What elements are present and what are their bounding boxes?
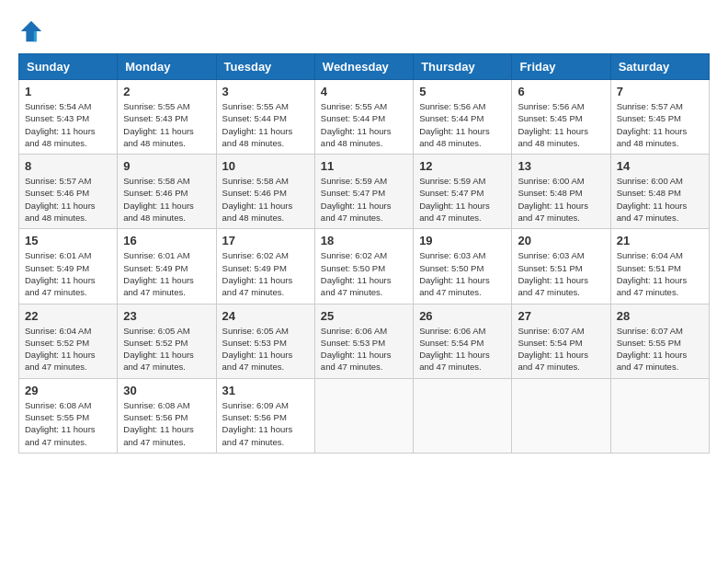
- calendar-cell: 12Sunrise: 5:59 AM Sunset: 5:47 PM Dayli…: [414, 155, 512, 229]
- day-info: Sunrise: 5:58 AM Sunset: 5:46 PM Dayligh…: [123, 175, 210, 224]
- day-number: 27: [518, 309, 604, 323]
- day-info: Sunrise: 5:54 AM Sunset: 5:43 PM Dayligh…: [25, 100, 111, 149]
- calendar-cell: 18Sunrise: 6:02 AM Sunset: 5:50 PM Dayli…: [314, 229, 413, 304]
- calendar-cell: 2Sunrise: 5:55 AM Sunset: 5:43 PM Daylig…: [118, 80, 216, 155]
- day-info: Sunrise: 5:55 AM Sunset: 5:44 PM Dayligh…: [321, 100, 407, 149]
- calendar-cell: [314, 378, 413, 453]
- page-header: [18, 18, 710, 44]
- day-number: 23: [123, 309, 210, 323]
- calendar-cell: 4Sunrise: 5:55 AM Sunset: 5:44 PM Daylig…: [314, 80, 413, 155]
- calendar-cell: 11Sunrise: 5:59 AM Sunset: 5:47 PM Dayli…: [314, 155, 413, 229]
- logo-icon: [18, 18, 44, 44]
- day-number: 18: [321, 234, 407, 247]
- calendar-cell: 20Sunrise: 6:03 AM Sunset: 5:51 PM Dayli…: [512, 229, 610, 304]
- day-info: Sunrise: 5:59 AM Sunset: 5:47 PM Dayligh…: [321, 175, 407, 224]
- calendar-cell: 27Sunrise: 6:07 AM Sunset: 5:54 PM Dayli…: [512, 304, 610, 378]
- calendar-header-wednesday: Wednesday: [314, 54, 413, 80]
- day-number: 7: [617, 85, 703, 98]
- day-number: 30: [123, 384, 210, 397]
- calendar-week-row: 15Sunrise: 6:01 AM Sunset: 5:49 PM Dayli…: [19, 229, 710, 304]
- day-number: 24: [222, 309, 309, 323]
- calendar-cell: [610, 378, 709, 453]
- day-number: 15: [25, 234, 111, 247]
- svg-marker-0: [21, 21, 41, 41]
- calendar-header-thursday: Thursday: [414, 54, 512, 80]
- day-number: 19: [419, 234, 506, 247]
- day-info: Sunrise: 6:02 AM Sunset: 5:49 PM Dayligh…: [222, 249, 309, 298]
- calendar-cell: 25Sunrise: 6:06 AM Sunset: 5:53 PM Dayli…: [314, 304, 413, 378]
- calendar-cell: 26Sunrise: 6:06 AM Sunset: 5:54 PM Dayli…: [414, 304, 512, 378]
- day-info: Sunrise: 6:02 AM Sunset: 5:50 PM Dayligh…: [321, 249, 407, 298]
- calendar-cell: 21Sunrise: 6:04 AM Sunset: 5:51 PM Dayli…: [610, 229, 709, 304]
- day-info: Sunrise: 5:57 AM Sunset: 5:46 PM Dayligh…: [25, 175, 111, 224]
- day-number: 1: [25, 85, 111, 98]
- day-number: 21: [617, 234, 703, 247]
- day-info: Sunrise: 5:56 AM Sunset: 5:44 PM Dayligh…: [419, 100, 506, 149]
- calendar-cell: [512, 378, 610, 453]
- calendar-header-friday: Friday: [512, 54, 610, 80]
- calendar-cell: 30Sunrise: 6:08 AM Sunset: 5:56 PM Dayli…: [118, 378, 216, 453]
- day-info: Sunrise: 6:06 AM Sunset: 5:53 PM Dayligh…: [321, 325, 407, 373]
- calendar-cell: 29Sunrise: 6:08 AM Sunset: 5:55 PM Dayli…: [19, 378, 118, 453]
- calendar-cell: 10Sunrise: 5:58 AM Sunset: 5:46 PM Dayli…: [216, 155, 314, 229]
- calendar-week-row: 22Sunrise: 6:04 AM Sunset: 5:52 PM Dayli…: [19, 304, 710, 378]
- calendar-cell: 7Sunrise: 5:57 AM Sunset: 5:45 PM Daylig…: [610, 80, 709, 155]
- calendar-cell: 31Sunrise: 6:09 AM Sunset: 5:56 PM Dayli…: [216, 378, 314, 453]
- day-info: Sunrise: 6:00 AM Sunset: 5:48 PM Dayligh…: [617, 175, 703, 224]
- calendar-week-row: 8Sunrise: 5:57 AM Sunset: 5:46 PM Daylig…: [19, 155, 710, 229]
- day-number: 10: [222, 159, 309, 173]
- day-number: 8: [25, 159, 111, 173]
- calendar-cell: 24Sunrise: 6:05 AM Sunset: 5:53 PM Dayli…: [216, 304, 314, 378]
- day-info: Sunrise: 5:55 AM Sunset: 5:44 PM Dayligh…: [222, 100, 309, 149]
- calendar-header-saturday: Saturday: [610, 54, 709, 80]
- day-number: 13: [518, 159, 604, 173]
- day-info: Sunrise: 6:05 AM Sunset: 5:52 PM Dayligh…: [123, 325, 210, 373]
- calendar-header-monday: Monday: [118, 54, 216, 80]
- day-info: Sunrise: 6:01 AM Sunset: 5:49 PM Dayligh…: [25, 249, 111, 298]
- calendar-cell: 14Sunrise: 6:00 AM Sunset: 5:48 PM Dayli…: [610, 155, 709, 229]
- day-number: 31: [222, 384, 309, 397]
- calendar-cell: 16Sunrise: 6:01 AM Sunset: 5:49 PM Dayli…: [118, 229, 216, 304]
- day-number: 20: [518, 234, 604, 247]
- calendar-table: SundayMondayTuesdayWednesdayThursdayFrid…: [18, 53, 710, 454]
- day-info: Sunrise: 6:09 AM Sunset: 5:56 PM Dayligh…: [222, 399, 309, 448]
- day-number: 22: [25, 309, 111, 323]
- calendar-cell: 17Sunrise: 6:02 AM Sunset: 5:49 PM Dayli…: [216, 229, 314, 304]
- day-info: Sunrise: 5:59 AM Sunset: 5:47 PM Dayligh…: [419, 175, 506, 224]
- day-info: Sunrise: 6:03 AM Sunset: 5:50 PM Dayligh…: [419, 249, 506, 298]
- day-number: 11: [321, 159, 407, 173]
- calendar-cell: 13Sunrise: 6:00 AM Sunset: 5:48 PM Dayli…: [512, 155, 610, 229]
- calendar-cell: 5Sunrise: 5:56 AM Sunset: 5:44 PM Daylig…: [414, 80, 512, 155]
- day-number: 16: [123, 234, 210, 247]
- calendar-cell: 3Sunrise: 5:55 AM Sunset: 5:44 PM Daylig…: [216, 80, 314, 155]
- day-number: 6: [518, 85, 604, 98]
- calendar-week-row: 1Sunrise: 5:54 AM Sunset: 5:43 PM Daylig…: [19, 80, 710, 155]
- calendar-cell: 19Sunrise: 6:03 AM Sunset: 5:50 PM Dayli…: [414, 229, 512, 304]
- calendar-header-row: SundayMondayTuesdayWednesdayThursdayFrid…: [19, 54, 710, 80]
- calendar-cell: 22Sunrise: 6:04 AM Sunset: 5:52 PM Dayli…: [19, 304, 118, 378]
- day-number: 9: [123, 159, 210, 173]
- day-number: 4: [321, 85, 407, 98]
- day-number: 29: [25, 384, 111, 397]
- calendar-cell: [414, 378, 512, 453]
- calendar-header-sunday: Sunday: [19, 54, 118, 80]
- day-number: 2: [123, 85, 210, 98]
- calendar-cell: 23Sunrise: 6:05 AM Sunset: 5:52 PM Dayli…: [118, 304, 216, 378]
- day-number: 5: [419, 85, 506, 98]
- day-info: Sunrise: 6:07 AM Sunset: 5:54 PM Dayligh…: [518, 325, 604, 373]
- day-info: Sunrise: 6:05 AM Sunset: 5:53 PM Dayligh…: [222, 325, 309, 373]
- day-info: Sunrise: 5:55 AM Sunset: 5:43 PM Dayligh…: [123, 100, 210, 149]
- calendar-cell: 1Sunrise: 5:54 AM Sunset: 5:43 PM Daylig…: [19, 80, 118, 155]
- day-number: 14: [617, 159, 703, 173]
- day-info: Sunrise: 5:57 AM Sunset: 5:45 PM Dayligh…: [617, 100, 703, 149]
- day-info: Sunrise: 6:08 AM Sunset: 5:55 PM Dayligh…: [25, 399, 111, 448]
- day-info: Sunrise: 6:08 AM Sunset: 5:56 PM Dayligh…: [123, 399, 210, 448]
- day-info: Sunrise: 6:07 AM Sunset: 5:55 PM Dayligh…: [617, 325, 703, 373]
- calendar-cell: 8Sunrise: 5:57 AM Sunset: 5:46 PM Daylig…: [19, 155, 118, 229]
- day-number: 3: [222, 85, 309, 98]
- day-info: Sunrise: 6:00 AM Sunset: 5:48 PM Dayligh…: [518, 175, 604, 224]
- day-number: 17: [222, 234, 309, 247]
- logo: [18, 18, 48, 44]
- day-info: Sunrise: 5:58 AM Sunset: 5:46 PM Dayligh…: [222, 175, 309, 224]
- calendar-header-tuesday: Tuesday: [216, 54, 314, 80]
